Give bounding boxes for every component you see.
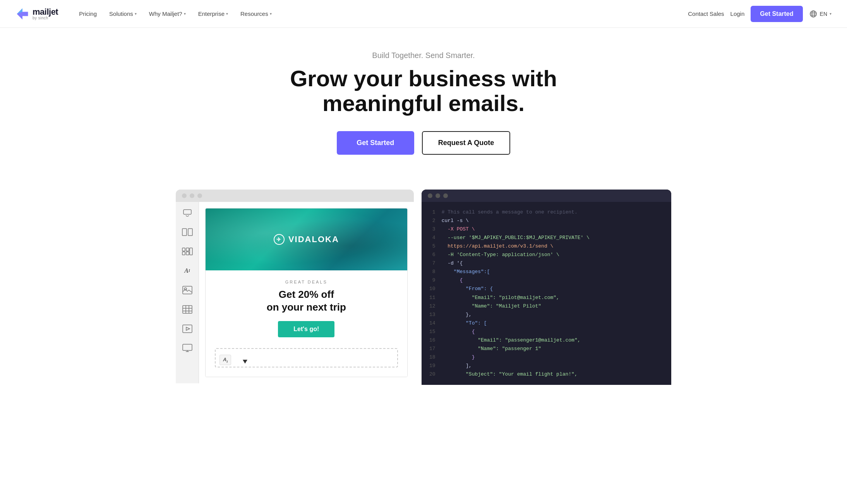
- sidebar-icon-monitor[interactable]: [181, 342, 194, 354]
- line-number: 1: [425, 208, 436, 217]
- logo-sub: by sinch: [33, 16, 58, 20]
- code-line: 4 --user '$MJ_APIKEY_PUBLIC:$MJ_APIKEY_P…: [422, 234, 671, 242]
- line-number: 9: [425, 276, 436, 285]
- line-number: 11: [425, 294, 436, 302]
- builder-titlebar: [176, 190, 414, 202]
- nav-solutions[interactable]: Solutions ▾: [104, 7, 142, 20]
- svg-rect-8: [182, 229, 187, 236]
- login-link[interactable]: Login: [730, 10, 745, 17]
- lang-chevron-icon: ▾: [830, 12, 832, 16]
- sidebar-icon-columns[interactable]: [181, 226, 194, 238]
- code-line: 13 },: [422, 311, 671, 319]
- line-number: 7: [425, 259, 436, 268]
- sidebar-icon-grid[interactable]: [181, 245, 194, 258]
- drag-placeholder-label: AI: [219, 355, 231, 366]
- vidaloka-label: VIDALOKA: [288, 234, 339, 244]
- code-line: 7 -d '{: [422, 259, 671, 268]
- language-label: EN: [820, 11, 827, 17]
- nav-get-started-button[interactable]: Get Started: [751, 6, 802, 22]
- titlebar-dot-2: [190, 193, 194, 198]
- svg-rect-7: [183, 210, 191, 214]
- email-body: GREAT DEALS Get 20% off on your next tri…: [206, 270, 407, 377]
- line-number: 12: [425, 302, 436, 311]
- svg-rect-13: [186, 252, 189, 255]
- hero-buttons: Get Started Request A Quote: [15, 131, 832, 155]
- email-preview: ✈ VIDALOKA GREAT DEALS Get 20% off on yo…: [205, 208, 408, 378]
- code-panel: 1# This call sends a message to one reci…: [422, 190, 671, 385]
- lets-go-button[interactable]: Let's go!: [278, 321, 334, 337]
- nav-right: Contact Sales Login Get Started EN ▾: [688, 6, 832, 22]
- svg-marker-23: [186, 327, 190, 330]
- line-code: {: [442, 328, 475, 336]
- chevron-down-icon: ▾: [184, 12, 186, 16]
- chevron-down-icon: ▾: [135, 12, 137, 16]
- line-code: -X POST \: [442, 225, 475, 234]
- line-code: "Messages":[: [442, 268, 490, 276]
- sidebar-icon-video[interactable]: [181, 323, 194, 335]
- line-code: --user '$MJ_APIKEY_PUBLIC:$MJ_APIKEY_PRI…: [442, 234, 590, 242]
- line-code: "From": {: [442, 285, 493, 293]
- line-code: "To": [: [442, 319, 487, 328]
- line-number: 16: [425, 336, 436, 345]
- deals-label: GREAT DEALS: [215, 280, 398, 284]
- code-line: 8 "Messages":[: [422, 268, 671, 276]
- code-line: 18 }: [422, 353, 671, 362]
- line-code: },: [442, 311, 472, 319]
- nav-pricing[interactable]: Pricing: [74, 7, 102, 20]
- svg-rect-9: [188, 229, 192, 236]
- code-line: 15 {: [422, 328, 671, 336]
- line-code: https://api.mailjet.com/v3.1/send \: [442, 242, 554, 251]
- line-code: -d '{: [442, 259, 463, 268]
- language-selector[interactable]: EN ▾: [809, 10, 832, 18]
- nav-why-mailjet[interactable]: Why Mailjet? ▾: [144, 7, 191, 20]
- line-code: {: [442, 276, 463, 285]
- code-line: 11 "Email": "pilot@mailjet.com",: [422, 294, 671, 302]
- line-number: 17: [425, 345, 436, 353]
- code-line: 3 -X POST \: [422, 225, 671, 234]
- chevron-down-icon: ▾: [226, 12, 228, 16]
- line-number: 18: [425, 353, 436, 362]
- line-code: "Name": "passenger 1": [442, 345, 541, 353]
- line-number: 3: [425, 225, 436, 234]
- code-line: 16 "Email": "passenger1@mailjet.com",: [422, 336, 671, 345]
- line-code: # This call sends a message to one recip…: [442, 208, 578, 217]
- code-line: 1# This call sends a message to one reci…: [422, 208, 671, 217]
- nav-resources[interactable]: Resources ▾: [235, 7, 277, 20]
- code-dot-3: [443, 193, 448, 198]
- logo[interactable]: mailjet by sinch: [15, 7, 58, 21]
- hero-request-quote-button[interactable]: Request A Quote: [422, 131, 511, 155]
- code-titlebar: [422, 190, 671, 202]
- svg-rect-22: [183, 325, 192, 333]
- line-code: "Email": "pilot@mailjet.com",: [442, 294, 559, 302]
- line-number: 4: [425, 234, 436, 242]
- code-dot-1: [428, 193, 432, 198]
- sidebar-icon-table[interactable]: [181, 303, 194, 316]
- titlebar-dot-1: [182, 193, 187, 198]
- code-line: 14 "To": [: [422, 319, 671, 328]
- nav-enterprise[interactable]: Enterprise ▾: [193, 7, 233, 20]
- sidebar-icon-dropdown[interactable]: [181, 207, 194, 219]
- builder-content: AI: [176, 202, 414, 384]
- code-line: 19 ],: [422, 362, 671, 370]
- line-code: "Subject": "Your email flight plan!",: [442, 370, 578, 379]
- svg-rect-17: [183, 306, 192, 313]
- sidebar-icon-text[interactable]: AI: [181, 265, 194, 277]
- drag-placeholder: AI: [215, 348, 398, 367]
- code-content: 1# This call sends a message to one reci…: [422, 202, 671, 385]
- svg-rect-14: [190, 248, 192, 255]
- sidebar-icon-image[interactable]: [181, 284, 194, 296]
- email-builder-panel: AI: [176, 190, 414, 384]
- nav-links: Pricing Solutions ▾ Why Mailjet? ▾ Enter…: [74, 7, 688, 20]
- code-dot-2: [436, 193, 440, 198]
- line-code: "Email": "passenger1@mailjet.com",: [442, 336, 581, 345]
- hero-get-started-button[interactable]: Get Started: [337, 131, 414, 155]
- contact-sales-link[interactable]: Contact Sales: [688, 10, 724, 17]
- line-number: 19: [425, 362, 436, 370]
- email-header-image: ✈ VIDALOKA: [206, 208, 407, 270]
- navbar: mailjet by sinch Pricing Solutions ▾ Why…: [0, 0, 847, 28]
- line-number: 14: [425, 319, 436, 328]
- line-number: 6: [425, 251, 436, 259]
- code-line: 9 {: [422, 276, 671, 285]
- hero-tagline: Build Together. Send Smarter.: [15, 51, 832, 60]
- code-line: 6 -H 'Content-Type: application/json' \: [422, 251, 671, 259]
